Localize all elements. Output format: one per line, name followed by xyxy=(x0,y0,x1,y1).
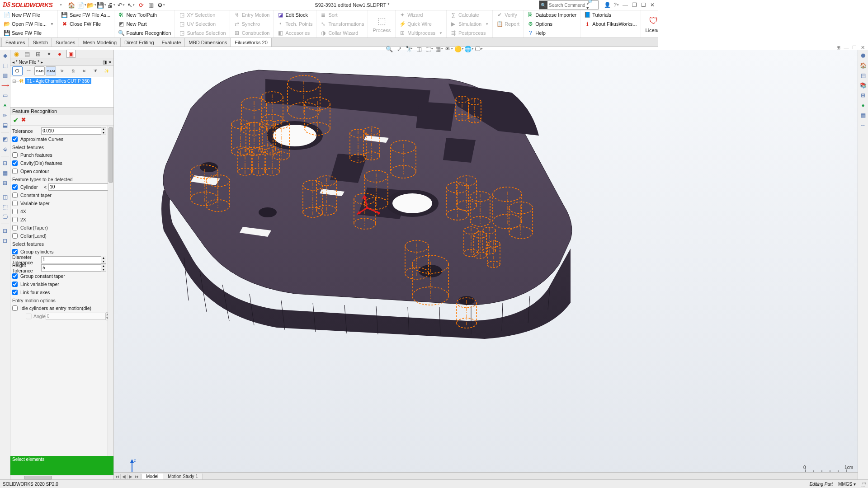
rail-icon[interactable]: ◫ xyxy=(1,193,9,201)
new-fw-file-button[interactable]: 📄New FW File xyxy=(3,11,55,19)
restore-button[interactable]: ❐ xyxy=(630,1,638,9)
mgr-filter-icon[interactable]: ⧩ xyxy=(90,66,101,75)
display-style-icon[interactable]: ▦ xyxy=(434,45,443,53)
idle-cyl-checkbox[interactable] xyxy=(12,305,18,311)
tree-item-selected[interactable]: T1 - AgieCharmilles CUT P 350 xyxy=(25,78,91,84)
select-icon[interactable]: ↖ xyxy=(127,0,136,9)
undo-icon[interactable]: ↶ xyxy=(117,0,126,9)
view-orientation-icon[interactable]: ⬚ xyxy=(425,45,434,53)
property-scrollbar[interactable] xyxy=(108,126,113,369)
tutorials-button[interactable]: 📘Tutorials xyxy=(583,11,637,19)
search-go-icon[interactable]: 🔎▾ xyxy=(586,0,594,11)
collar-land-checkbox[interactable] xyxy=(12,233,18,239)
rail-icon[interactable]: ◩ xyxy=(1,135,9,143)
group-cylinders-checkbox[interactable] xyxy=(12,249,18,254)
hide-show-icon[interactable]: 👁 xyxy=(444,45,453,53)
rail-icon[interactable]: 🖵 xyxy=(1,213,9,221)
tab-direct-editing[interactable]: Direct Editing xyxy=(120,38,158,47)
mgr-copy-icon[interactable]: ⎘ xyxy=(68,66,78,75)
fourx-checkbox[interactable] xyxy=(12,209,18,214)
open-contour-checkbox[interactable] xyxy=(12,169,18,174)
punch-checkbox[interactable] xyxy=(12,152,18,158)
new-doc-icon[interactable]: 📄 xyxy=(77,0,86,9)
cavity-checkbox[interactable] xyxy=(12,160,18,166)
constant-taper-checkbox[interactable] xyxy=(12,192,18,198)
twox-checkbox[interactable] xyxy=(12,217,18,222)
minimize-button[interactable]: — xyxy=(621,1,629,9)
spinner[interactable]: ▲▼ xyxy=(101,256,106,264)
settings-gear-icon[interactable]: ⚙ xyxy=(156,0,165,9)
manager-tree[interactable]: ⊟─🛠 T1 - AgieCharmilles CUT P 350 xyxy=(10,76,113,108)
scene-icon[interactable]: 🌐 xyxy=(464,45,473,53)
group-ct-checkbox[interactable] xyxy=(12,273,18,279)
variable-taper-checkbox[interactable] xyxy=(12,201,18,206)
database-importer-button[interactable]: 🗄Database Importer xyxy=(526,11,577,19)
close-button[interactable]: ✕ xyxy=(648,1,656,9)
rail-icon[interactable]: ⟿ xyxy=(1,81,9,89)
rail-icon[interactable]: ▦ xyxy=(1,169,9,177)
feature-recognition-button[interactable]: 🔍Feature Recognition xyxy=(117,29,172,37)
zoom-area-icon[interactable]: ⤢ xyxy=(395,45,404,53)
rail-icon[interactable]: SH xyxy=(1,111,9,119)
cylinder-checkbox[interactable] xyxy=(12,184,18,190)
zoom-fit-icon[interactable]: 🔍 xyxy=(385,45,394,53)
mgr-cam-icon[interactable]: CAM xyxy=(46,66,56,75)
home-icon[interactable]: 🏠 xyxy=(67,0,76,9)
mgr-wand-icon[interactable]: ✨ xyxy=(101,66,112,75)
fm-config-tab-icon[interactable]: ⊞ xyxy=(34,50,42,57)
open-fw-file-button[interactable]: 📂Open FW File...▼ xyxy=(3,20,55,28)
rail-icon[interactable]: ◆ xyxy=(1,52,9,60)
tab-features[interactable]: Features xyxy=(1,38,29,47)
search-commands[interactable]: 🔍 🔎▾ xyxy=(539,0,599,9)
user-icon[interactable]: 👤 xyxy=(603,1,611,9)
close-fw-file-button[interactable]: ✖Close FW File xyxy=(61,20,111,28)
tab-mbd-dimensions[interactable]: MBD Dimensions xyxy=(184,38,231,47)
link-4x-checkbox[interactable] xyxy=(12,290,18,295)
diameter-tol-input[interactable] xyxy=(41,256,101,263)
mgr-cad-icon[interactable]: CAD xyxy=(34,66,45,75)
rail-icon[interactable]: ⊡ xyxy=(1,237,9,245)
options-icon[interactable]: ▥ xyxy=(146,0,156,9)
new-part-button[interactable]: ◩New Part xyxy=(117,20,172,28)
help-dropdown-icon[interactable]: ? xyxy=(612,1,620,9)
rail-icon[interactable]: ⬓ xyxy=(1,121,9,129)
tab-evaluate[interactable]: Evaluate xyxy=(158,38,185,47)
tab-fikusworks-20[interactable]: FikusWorks 20 xyxy=(231,38,272,47)
rail-icon[interactable]: ▭ xyxy=(1,91,9,99)
save-fw-file-as-button[interactable]: 💾Save FW File As... xyxy=(61,11,111,19)
edit-stock-button[interactable]: ◪Edit Stock xyxy=(276,11,313,19)
rail-icon[interactable]: ⬙ xyxy=(1,145,9,153)
rail-icon[interactable]: ▥ xyxy=(1,71,9,80)
search-input[interactable] xyxy=(547,3,586,8)
mgr-curve-icon[interactable]: 〰 xyxy=(24,66,34,75)
appearance-icon[interactable]: 🟡 xyxy=(454,45,463,53)
save-doc-icon[interactable]: 💾 xyxy=(97,0,106,9)
filebar-controls[interactable]: ◨ ✕ xyxy=(103,60,112,65)
spinner[interactable]: ▲▼ xyxy=(101,264,106,272)
graphics-viewport[interactable]: z x y 01cm ⏮◀▶⏭ Model Motion Study 1 xyxy=(114,50,658,369)
options-button[interactable]: ⚙Options xyxy=(526,20,577,28)
help-button[interactable]: ?Help xyxy=(526,29,577,37)
approx-curves-checkbox[interactable] xyxy=(12,136,18,142)
view-settings-icon[interactable]: 🖵 xyxy=(474,45,483,53)
cylinder-value-input[interactable] xyxy=(48,183,108,191)
tab-mesh-modeling[interactable]: Mesh Modeling xyxy=(79,38,121,47)
mgr-display-icon[interactable]: 🖵 xyxy=(12,66,23,75)
new-toolpath-button[interactable]: 🛠New ToolPath xyxy=(117,11,172,19)
link-vt-checkbox[interactable] xyxy=(12,282,18,287)
rail-icon[interactable]: ⊡ xyxy=(1,159,9,167)
about-button[interactable]: ℹAbout FikusWorks... xyxy=(583,20,637,28)
license-button[interactable]: 🛡License xyxy=(644,15,658,33)
mgr-layers-icon[interactable]: ≋ xyxy=(79,66,90,75)
print-icon[interactable]: 🖨 xyxy=(107,0,116,9)
height-tol-input[interactable] xyxy=(41,264,101,272)
tab-sketch[interactable]: Sketch xyxy=(28,38,52,47)
tab-surfaces[interactable]: Surfaces xyxy=(52,38,79,47)
rebuild-icon[interactable]: ⟳ xyxy=(137,0,146,9)
mgr-tool-icon[interactable]: ⛭ xyxy=(57,66,67,75)
save-fw-file-button[interactable]: 💾Save FW File xyxy=(3,29,55,37)
section-view-icon[interactable]: ◫ xyxy=(415,45,424,53)
rail-icon[interactable]: ⬚ xyxy=(1,61,9,70)
rail-icon[interactable]: ⬚ xyxy=(1,203,9,211)
cancel-icon[interactable]: ✖ xyxy=(21,117,26,124)
